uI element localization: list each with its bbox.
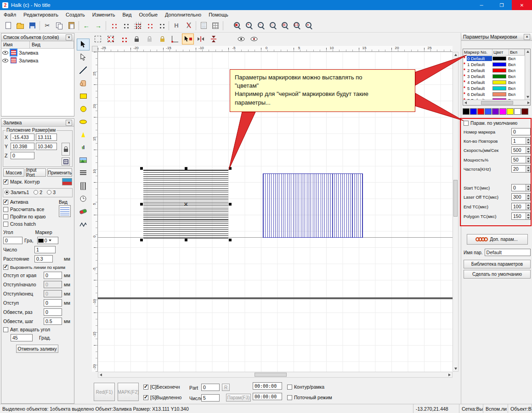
default-params-checkbox[interactable]: Парам. по умолчанию [464, 121, 517, 126]
aspect-lock-button[interactable] [62, 143, 70, 156]
selection-handle[interactable] [185, 239, 187, 241]
x-size-field[interactable]: 13.111 [36, 134, 57, 141]
object-list-button[interactable] [198, 20, 209, 31]
palette-swatch[interactable] [463, 108, 470, 115]
scroll-down-button[interactable] [525, 95, 530, 100]
freehand-tool-button[interactable] [77, 77, 90, 89]
menu-create[interactable]: Создать [62, 10, 89, 19]
maximize-button[interactable]: ❐ [492, 0, 512, 10]
barcode-tool-button[interactable] [77, 180, 90, 192]
object-row-2[interactable]: Заливка [1, 56, 74, 64]
ellipse-tool-button[interactable] [77, 116, 90, 128]
array-tool-button-4[interactable] [143, 20, 155, 31]
marker-row-3[interactable]: * 3 Default Вкл [463, 73, 530, 79]
wave-tool-button[interactable] [77, 218, 90, 230]
contour-frame-checkbox[interactable]: Контур/рамка [287, 384, 324, 390]
marker-row-6[interactable]: * 6 Default Вкл [463, 91, 530, 97]
array-tool-button-5[interactable] [155, 20, 167, 31]
hatch-panel-close-button[interactable]: ✕ [66, 120, 72, 126]
snap-button[interactable] [169, 33, 181, 45]
text-tool-button[interactable]: tI [77, 141, 90, 153]
point-grid-button[interactable] [118, 33, 130, 45]
spinner[interactable] [526, 147, 530, 153]
menu-help[interactable]: Помощь [205, 10, 232, 19]
close-button[interactable]: ✕ [512, 0, 532, 10]
spinner[interactable] [526, 213, 530, 219]
marker-color-swatch[interactable] [492, 56, 506, 61]
selection-handle[interactable] [140, 239, 143, 241]
marker-color-swatch[interactable] [492, 74, 506, 78]
marker-row-2[interactable]: * 2 Default Вкл [463, 67, 530, 73]
fill3-radio[interactable]: 3 [47, 190, 56, 195]
rotate-angle-field[interactable]: 45 [11, 334, 33, 341]
select-all-button[interactable] [92, 33, 104, 45]
spinner[interactable] [526, 194, 530, 200]
make-default-button[interactable]: Сделать по умолчанию [464, 270, 531, 279]
line-tool-button[interactable] [77, 64, 90, 76]
menu-file[interactable]: Файл [0, 10, 20, 19]
stream-mode-checkbox[interactable]: Поточный режим [287, 395, 332, 400]
start-tc-field[interactable]: 0 [511, 184, 531, 191]
y-position-field[interactable]: 10.398 [11, 143, 34, 150]
hatch-object-selected[interactable]: ✕ [143, 170, 228, 239]
power-field[interactable]: 50 [511, 156, 531, 163]
distance-field[interactable]: 0.3 [34, 255, 53, 262]
object-list-close-button[interactable]: ✕ [66, 34, 72, 40]
auto-rotate-checkbox[interactable]: Авт. вращать угол [3, 327, 50, 332]
selection-handle[interactable] [229, 167, 232, 170]
menu-view[interactable]: Вид [119, 10, 135, 19]
hatch-button[interactable]: H [170, 20, 182, 31]
vertical-scroll-thumb[interactable] [453, 180, 458, 217]
new-file-button[interactable] [2, 20, 14, 31]
array-tool-button-1[interactable] [108, 20, 119, 31]
status-grid-toggle[interactable]: Сетка:Вы [459, 404, 483, 413]
node-edit-tool-button[interactable] [77, 51, 90, 63]
marker-row-4[interactable]: * 4 Default Вкл [463, 79, 530, 85]
object-row-1[interactable]: Заливка [1, 49, 74, 56]
reset-button[interactable]: R [222, 384, 230, 391]
speed-field[interactable]: 500 [511, 146, 531, 154]
marker-row-0[interactable]: * 0 Default Вкл [463, 56, 530, 61]
red-f1-button[interactable]: Red(F1) [94, 383, 115, 401]
scroll-down-button[interactable] [453, 366, 458, 371]
param-f3-button[interactable]: Парам(F3) [226, 394, 251, 402]
visibility-eye-icon[interactable] [2, 51, 8, 55]
selection-handle[interactable] [229, 203, 232, 206]
array-tool-button-3[interactable] [131, 20, 143, 31]
edge-offset-field[interactable]: 0 [44, 272, 62, 279]
polygon-tc-field[interactable]: 150 [511, 212, 531, 220]
z-position-field[interactable]: 0 [11, 152, 34, 159]
marker-color-swatch[interactable] [492, 62, 506, 67]
advanced-params-button[interactable]: Доп. парам... [467, 234, 528, 245]
menu-edit[interactable]: Редактировать [20, 10, 62, 19]
palette-swatch[interactable] [470, 108, 477, 115]
spinner[interactable] [526, 166, 530, 172]
edge-walk-checkbox[interactable]: Пройти по краю [3, 214, 45, 219]
status-aux-toggle[interactable]: Вспом.ли [483, 404, 508, 413]
redo-button[interactable]: → [92, 20, 104, 31]
scroll-up-button[interactable] [525, 49, 530, 54]
lock-button[interactable] [130, 33, 142, 45]
selection-handle[interactable] [185, 167, 187, 170]
hatch-style-preview[interactable] [59, 205, 71, 217]
repeat-count-field[interactable]: 1 [511, 137, 531, 145]
marker-combo[interactable]: 0 [37, 237, 58, 244]
visibility-eye-icon[interactable] [2, 59, 8, 62]
array-button[interactable]: Массив [3, 168, 24, 177]
active-checkbox[interactable]: Активна [3, 199, 28, 205]
outline-step-field[interactable]: 0.5 [44, 318, 62, 325]
array-tool-button-2[interactable] [119, 20, 131, 31]
circle-tool-button[interactable] [77, 103, 90, 115]
selection-handle[interactable] [140, 203, 143, 206]
fill2-radio[interactable]: 2 [34, 190, 42, 195]
preview-show-button[interactable] [235, 33, 247, 45]
count-field[interactable]: 1 [34, 246, 56, 253]
vector-file-tool-button[interactable] [77, 167, 90, 179]
mark-contour-checkbox[interactable]: Марк. Контур [3, 179, 40, 184]
cancel-hatch-button[interactable]: Отменить заливку [16, 345, 58, 353]
grid-settings-button[interactable] [209, 20, 221, 31]
offset-field[interactable]: 0 [44, 299, 62, 307]
tools-button[interactable] [182, 20, 194, 31]
copy-button[interactable] [53, 20, 65, 31]
laser-off-tc-field[interactable]: 300 [511, 193, 531, 201]
